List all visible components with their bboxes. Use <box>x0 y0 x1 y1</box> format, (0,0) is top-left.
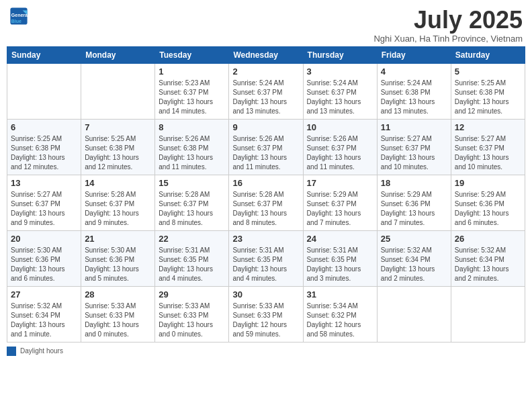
calendar-day-header: Sunday <box>7 46 81 63</box>
calendar-day-header: Friday <box>377 46 451 63</box>
calendar-day-header: Thursday <box>303 46 377 63</box>
calendar-cell: 4Sunrise: 5:24 AM Sunset: 6:38 PM Daylig… <box>377 63 451 119</box>
calendar-cell: 24Sunrise: 5:31 AM Sunset: 6:35 PM Dayli… <box>303 230 377 286</box>
calendar-cell: 1Sunrise: 5:23 AM Sunset: 6:37 PM Daylig… <box>155 63 229 119</box>
page-header: General Blue July 2025 Nghi Xuan, Ha Tin… <box>7 7 525 44</box>
calendar-cell: 14Sunrise: 5:28 AM Sunset: 6:37 PM Dayli… <box>81 175 155 230</box>
legend-box <box>7 347 16 356</box>
day-number: 9 <box>232 122 299 132</box>
day-number: 11 <box>381 122 447 132</box>
title-block: July 2025 Nghi Xuan, Ha Tinh Province, V… <box>373 7 523 44</box>
logo: General Blue <box>9 7 28 26</box>
calendar-cell: 22Sunrise: 5:31 AM Sunset: 6:35 PM Dayli… <box>155 230 229 286</box>
day-info: Sunrise: 5:25 AM Sunset: 6:38 PM Dayligh… <box>455 79 521 116</box>
day-number: 10 <box>307 122 373 132</box>
day-number: 31 <box>307 289 373 300</box>
day-number: 29 <box>159 289 225 300</box>
calendar-week-row: 1Sunrise: 5:23 AM Sunset: 6:37 PM Daylig… <box>7 63 525 119</box>
day-info: Sunrise: 5:32 AM Sunset: 6:34 PM Dayligh… <box>381 246 447 283</box>
calendar-cell: 29Sunrise: 5:33 AM Sunset: 6:33 PM Dayli… <box>155 286 229 342</box>
logo-icon: General Blue <box>9 7 28 26</box>
day-number: 15 <box>159 178 225 188</box>
day-number: 3 <box>307 66 373 77</box>
calendar-cell: 23Sunrise: 5:31 AM Sunset: 6:35 PM Dayli… <box>229 230 303 286</box>
calendar-cell: 18Sunrise: 5:29 AM Sunset: 6:36 PM Dayli… <box>377 175 451 230</box>
day-info: Sunrise: 5:27 AM Sunset: 6:37 PM Dayligh… <box>11 190 77 228</box>
day-info: Sunrise: 5:31 AM Sunset: 6:35 PM Dayligh… <box>159 246 225 283</box>
day-number: 22 <box>159 234 225 244</box>
day-number: 21 <box>85 234 151 244</box>
calendar-cell: 26Sunrise: 5:32 AM Sunset: 6:34 PM Dayli… <box>451 230 525 286</box>
calendar-cell: 25Sunrise: 5:32 AM Sunset: 6:34 PM Dayli… <box>377 230 451 286</box>
day-number: 4 <box>381 66 447 77</box>
day-info: Sunrise: 5:24 AM Sunset: 6:37 PM Dayligh… <box>232 79 299 116</box>
day-info: Sunrise: 5:33 AM Sunset: 6:33 PM Dayligh… <box>85 302 151 339</box>
calendar-cell: 28Sunrise: 5:33 AM Sunset: 6:33 PM Dayli… <box>81 286 155 342</box>
calendar-cell: 17Sunrise: 5:29 AM Sunset: 6:37 PM Dayli… <box>303 175 377 230</box>
day-info: Sunrise: 5:31 AM Sunset: 6:35 PM Dayligh… <box>232 246 299 283</box>
day-info: Sunrise: 5:34 AM Sunset: 6:32 PM Dayligh… <box>307 302 373 339</box>
day-info: Sunrise: 5:29 AM Sunset: 6:36 PM Dayligh… <box>381 190 447 228</box>
day-info: Sunrise: 5:27 AM Sunset: 6:37 PM Dayligh… <box>381 134 447 172</box>
month-title: July 2025 <box>373 7 523 34</box>
day-number: 26 <box>455 234 521 244</box>
day-number: 27 <box>11 289 77 300</box>
calendar-cell: 2Sunrise: 5:24 AM Sunset: 6:37 PM Daylig… <box>229 63 303 119</box>
legend-label: Daylight hours <box>20 347 63 355</box>
calendar-day-header: Wednesday <box>229 46 303 63</box>
day-info: Sunrise: 5:28 AM Sunset: 6:37 PM Dayligh… <box>85 190 151 228</box>
day-number: 2 <box>232 66 299 77</box>
calendar-header-row: SundayMondayTuesdayWednesdayThursdayFrid… <box>7 46 525 63</box>
calendar-table: SundayMondayTuesdayWednesdayThursdayFrid… <box>7 46 525 342</box>
day-number: 30 <box>232 289 299 300</box>
day-info: Sunrise: 5:25 AM Sunset: 6:38 PM Dayligh… <box>85 134 151 172</box>
calendar-cell: 9Sunrise: 5:26 AM Sunset: 6:37 PM Daylig… <box>229 119 303 175</box>
day-info: Sunrise: 5:31 AM Sunset: 6:35 PM Dayligh… <box>307 246 373 283</box>
day-info: Sunrise: 5:29 AM Sunset: 6:36 PM Dayligh… <box>455 190 521 228</box>
calendar-day-header: Monday <box>81 46 155 63</box>
day-number: 24 <box>307 234 373 244</box>
day-number: 18 <box>381 178 447 188</box>
calendar-cell: 11Sunrise: 5:27 AM Sunset: 6:37 PM Dayli… <box>377 119 451 175</box>
day-number: 13 <box>11 178 77 188</box>
calendar-cell: 3Sunrise: 5:24 AM Sunset: 6:37 PM Daylig… <box>303 63 377 119</box>
day-number: 20 <box>11 234 77 244</box>
calendar-cell <box>377 286 451 342</box>
calendar-week-row: 13Sunrise: 5:27 AM Sunset: 6:37 PM Dayli… <box>7 175 525 230</box>
calendar-cell <box>451 286 525 342</box>
calendar-cell: 21Sunrise: 5:30 AM Sunset: 6:36 PM Dayli… <box>81 230 155 286</box>
calendar-cell: 31Sunrise: 5:34 AM Sunset: 6:32 PM Dayli… <box>303 286 377 342</box>
calendar-cell: 20Sunrise: 5:30 AM Sunset: 6:36 PM Dayli… <box>7 230 81 286</box>
calendar-cell: 13Sunrise: 5:27 AM Sunset: 6:37 PM Dayli… <box>7 175 81 230</box>
day-number: 5 <box>455 66 521 77</box>
day-number: 1 <box>159 66 225 77</box>
calendar-cell <box>81 63 155 119</box>
day-info: Sunrise: 5:26 AM Sunset: 6:37 PM Dayligh… <box>232 134 299 172</box>
day-info: Sunrise: 5:24 AM Sunset: 6:37 PM Dayligh… <box>307 79 373 116</box>
legend: Daylight hours <box>7 347 525 356</box>
day-info: Sunrise: 5:30 AM Sunset: 6:36 PM Dayligh… <box>85 246 151 283</box>
calendar-day-header: Saturday <box>451 46 525 63</box>
day-info: Sunrise: 5:26 AM Sunset: 6:37 PM Dayligh… <box>307 134 373 172</box>
day-info: Sunrise: 5:27 AM Sunset: 6:37 PM Dayligh… <box>455 134 521 172</box>
day-number: 6 <box>11 122 77 132</box>
day-number: 28 <box>85 289 151 300</box>
calendar-cell: 15Sunrise: 5:28 AM Sunset: 6:37 PM Dayli… <box>155 175 229 230</box>
day-info: Sunrise: 5:28 AM Sunset: 6:37 PM Dayligh… <box>159 190 225 228</box>
svg-text:Blue: Blue <box>11 19 21 24</box>
svg-text:General: General <box>11 13 28 17</box>
day-number: 19 <box>455 178 521 188</box>
day-number: 14 <box>85 178 151 188</box>
day-info: Sunrise: 5:33 AM Sunset: 6:33 PM Dayligh… <box>232 302 299 339</box>
calendar-cell: 12Sunrise: 5:27 AM Sunset: 6:37 PM Dayli… <box>451 119 525 175</box>
calendar-week-row: 6Sunrise: 5:25 AM Sunset: 6:38 PM Daylig… <box>7 119 525 175</box>
calendar-cell: 19Sunrise: 5:29 AM Sunset: 6:36 PM Dayli… <box>451 175 525 230</box>
calendar-cell: 6Sunrise: 5:25 AM Sunset: 6:38 PM Daylig… <box>7 119 81 175</box>
day-info: Sunrise: 5:28 AM Sunset: 6:37 PM Dayligh… <box>232 190 299 228</box>
calendar-day-header: Tuesday <box>155 46 229 63</box>
calendar-week-row: 27Sunrise: 5:32 AM Sunset: 6:34 PM Dayli… <box>7 286 525 342</box>
day-number: 23 <box>232 234 299 244</box>
calendar-cell: 16Sunrise: 5:28 AM Sunset: 6:37 PM Dayli… <box>229 175 303 230</box>
day-info: Sunrise: 5:32 AM Sunset: 6:34 PM Dayligh… <box>11 302 77 339</box>
day-number: 8 <box>159 122 225 132</box>
